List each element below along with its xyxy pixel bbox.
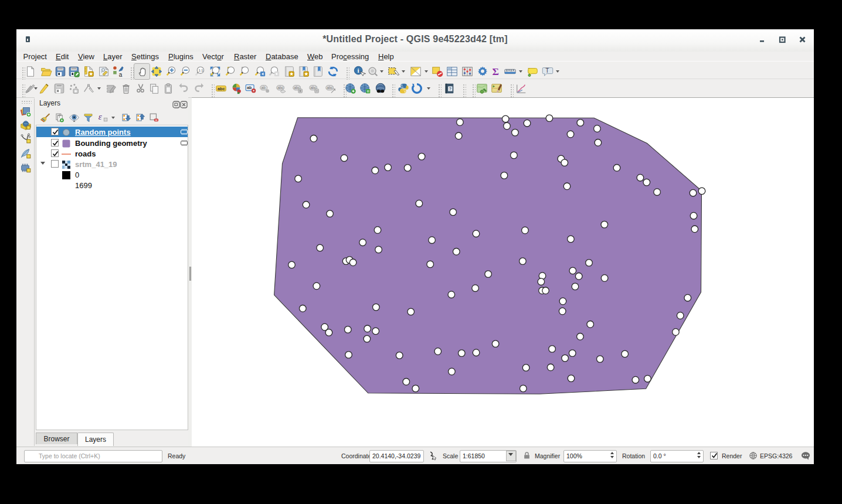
svg-text:ab: ab [247,86,252,90]
svg-text:ε: ε [99,112,102,121]
svg-text:ab: ab [262,86,266,90]
svg-text:Σ: Σ [493,66,499,77]
svg-text:R: R [367,90,370,93]
svg-text:?: ? [449,86,452,91]
svg-text:abc: abc [277,86,284,90]
svg-text:T: T [545,67,549,74]
svg-text:i: i [358,67,359,74]
svg-text:abc: abc [327,86,333,90]
svg-text:abc: abc [218,86,225,91]
svg-text:a: a [119,71,123,78]
svg-text:1:1: 1:1 [198,69,203,72]
